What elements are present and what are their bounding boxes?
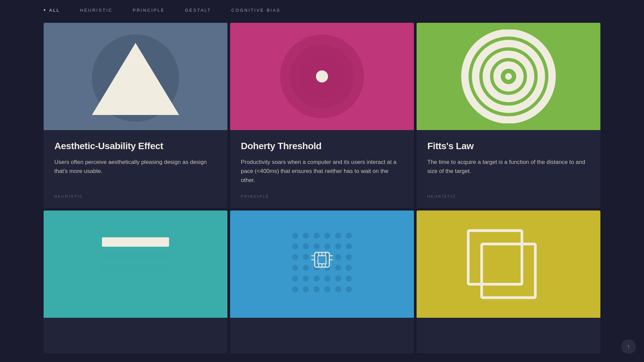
card-image-2: [230, 23, 414, 130]
stripes-illustration: [82, 217, 189, 311]
card-aesthetic-usability[interactable]: Aesthetic-Usability Effect Users often p…: [44, 23, 227, 208]
card-body-1: Aesthetic-Usability Effect Users often p…: [44, 130, 227, 208]
nav-item-heuristic[interactable]: HEURISTIC: [80, 8, 113, 13]
card-title-3: Fitts's Law: [427, 141, 590, 152]
card-6[interactable]: [417, 210, 600, 353]
svg-point-6: [316, 70, 328, 82]
svg-rect-13: [102, 251, 169, 260]
card-description-3: The time to acquire a target is a functi…: [427, 158, 590, 185]
svg-rect-14: [102, 264, 169, 274]
svg-rect-15: [102, 278, 169, 287]
card-body-4: [44, 318, 227, 353]
card-body-5: [230, 318, 414, 353]
nav-item-cognitive-bias[interactable]: COGNITIVE BIAS: [231, 8, 281, 13]
nav-label-gestalt: GESTALT: [185, 8, 211, 13]
target-rings-illustration: [455, 29, 562, 123]
nav-item-all[interactable]: ALL: [44, 7, 60, 13]
svg-point-44: [324, 276, 330, 282]
svg-point-24: [303, 243, 309, 249]
svg-point-34: [346, 254, 352, 260]
card-5[interactable]: [230, 210, 414, 353]
chip-dots-illustration: [268, 217, 376, 311]
svg-point-33: [335, 254, 341, 260]
nav-label-heuristic: HEURISTIC: [80, 8, 113, 13]
nav-item-principle[interactable]: PRINCIPLE: [133, 8, 165, 13]
triangle-circle-illustration: [82, 29, 189, 123]
svg-point-51: [335, 286, 341, 292]
card-description-1: Users often perceive aesthetically pleas…: [54, 158, 217, 185]
svg-point-23: [292, 243, 298, 249]
card-tag-2: PRINCIPLE: [241, 194, 403, 198]
card-grid: Aesthetic-Usability Effect Users often p…: [0, 20, 644, 356]
card-image-1: [44, 23, 227, 130]
scroll-to-top-button[interactable]: ↑: [621, 339, 636, 354]
svg-point-20: [324, 233, 330, 239]
svg-point-41: [292, 276, 298, 282]
svg-point-49: [314, 286, 320, 292]
svg-point-18: [303, 233, 309, 239]
svg-point-26: [324, 243, 330, 249]
svg-point-21: [335, 233, 341, 239]
card-image-3: [417, 23, 600, 130]
svg-point-52: [346, 286, 352, 292]
card-4[interactable]: [44, 210, 227, 353]
card-image-4: [44, 210, 227, 318]
svg-point-30: [303, 254, 309, 260]
card-body-6: [417, 318, 600, 353]
card-fitts-law[interactable]: Fitts's Law The time to acquire a target…: [417, 23, 600, 208]
card-tag-3: HEURISTIC: [427, 194, 590, 198]
card-title-2: Doherty Threshold: [241, 141, 403, 152]
svg-point-22: [346, 233, 352, 239]
nav-item-gestalt[interactable]: GESTALT: [185, 8, 211, 13]
svg-point-36: [303, 265, 309, 271]
svg-point-39: [335, 265, 341, 271]
card-tag-1: HEURISTIC: [54, 194, 217, 198]
svg-point-45: [335, 276, 341, 282]
svg-point-17: [292, 233, 298, 239]
svg-point-47: [292, 286, 298, 292]
svg-point-19: [314, 233, 320, 239]
svg-point-11: [505, 73, 512, 80]
svg-point-27: [335, 243, 341, 249]
card-body-3: Fitts's Law The time to acquire a target…: [417, 130, 600, 208]
svg-point-48: [303, 286, 309, 292]
concentric-circles-illustration: [268, 29, 376, 123]
svg-point-28: [346, 243, 352, 249]
navigation: ALL HEURISTIC PRINCIPLE GESTALT COGNITIV…: [0, 0, 644, 20]
svg-point-46: [346, 276, 352, 282]
card-image-5: [230, 210, 414, 318]
card-doherty-threshold[interactable]: Doherty Threshold Productivity soars whe…: [230, 23, 414, 208]
svg-rect-12: [102, 237, 169, 247]
svg-point-29: [292, 254, 298, 260]
svg-point-25: [314, 243, 320, 249]
svg-point-35: [292, 265, 298, 271]
nested-squares-illustration: [455, 217, 562, 311]
card-description-2: Productivity soars when a computer and i…: [241, 158, 403, 185]
svg-point-40: [346, 265, 352, 271]
svg-rect-16: [102, 291, 169, 300]
svg-rect-68: [468, 231, 508, 271]
card-image-6: [417, 210, 600, 318]
svg-point-42: [303, 276, 309, 282]
card-body-2: Doherty Threshold Productivity soars whe…: [230, 130, 414, 208]
nav-label-cognitive-bias: COGNITIVE BIAS: [231, 8, 281, 13]
card-title-1: Aesthetic-Usability Effect: [54, 141, 217, 152]
nav-label-all: ALL: [49, 8, 60, 13]
svg-point-43: [314, 276, 320, 282]
svg-point-50: [324, 286, 330, 292]
nav-label-principle: PRINCIPLE: [133, 8, 165, 13]
